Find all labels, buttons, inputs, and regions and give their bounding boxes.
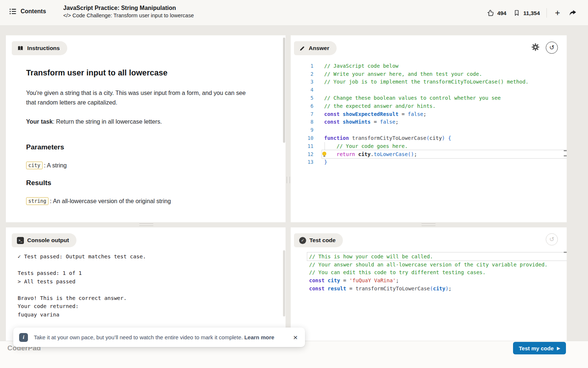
share-forward-icon[interactable] (568, 8, 577, 17)
test-code-reset-button[interactable]: ↺ (546, 233, 558, 245)
answer-reset-button[interactable]: ↺ (546, 42, 558, 54)
console-panel: >_ Console output ✓ Test passed: Output … (6, 227, 286, 341)
result-description: : An all-lowercase version of the origin… (50, 198, 171, 205)
code-line: 4 (291, 86, 567, 94)
code-line: 7const showExpectedResult = false; (291, 110, 567, 118)
pace-notification-toast: i Take it at your own pace, but you’ll n… (13, 328, 305, 347)
info-icon: i (19, 333, 28, 342)
tab-test-code: ✓ Test code (294, 233, 343, 247)
parameters-heading: Parameters (26, 143, 254, 151)
instructions-scrollbar[interactable] (283, 38, 285, 143)
hint-lightbulb-icon[interactable] (322, 152, 326, 156)
bookmarks-count: 11,354 (523, 10, 540, 16)
code-line: 3// Your job is to implement the transfo… (291, 78, 567, 86)
code-line: // This is how your code will be called. (291, 252, 567, 261)
scroll-edge-marker (564, 252, 567, 253)
code-line: 8const showHints = false; (291, 118, 567, 126)
code-line: 2// Write your answer here, and then tes… (291, 70, 567, 78)
code-line: // You can edit this code to try differe… (291, 268, 567, 276)
test-my-code-button[interactable]: Test my code ▶ (513, 342, 566, 354)
test-code-tab-label: Test code (309, 237, 336, 244)
line-number: 13 (291, 159, 313, 165)
task-text: : Return the string in all lowercase let… (53, 118, 162, 125)
reset-icon: ↺ (549, 44, 554, 52)
vertical-resize-handle[interactable] (287, 177, 290, 183)
instructions-content: Transform user input to all lowercase Yo… (26, 68, 254, 205)
likes-button[interactable]: 494 (487, 9, 506, 17)
toast-close-icon[interactable]: × (293, 333, 298, 341)
bookmark-icon (513, 9, 520, 17)
lesson-title: JavaScript Practice: String Manipulation (63, 5, 194, 11)
pencil-icon (299, 45, 305, 52)
line-number: 5 (291, 95, 313, 101)
result-definition: string : An all-lowercase version of the… (26, 197, 254, 205)
contents-button[interactable]: Contents (9, 7, 46, 15)
editor-settings-button[interactable] (531, 43, 540, 52)
scroll-edge-marker (564, 150, 567, 151)
test-code-editor[interactable]: // This is how your code will be called.… (291, 252, 567, 292)
check-circle-icon: ✓ (299, 237, 306, 244)
play-icon: ▶ (557, 346, 560, 351)
learn-more-link[interactable]: Learn more (244, 334, 275, 340)
line-number: 4 (291, 87, 313, 93)
code-line: // Your answer should an all-lowercase v… (291, 261, 567, 269)
tab-answer: Answer (294, 41, 337, 55)
workspace: Instructions Transform user input to all… (0, 26, 588, 341)
toast-message: Take it at your own pace, but you’ll nee… (34, 334, 274, 340)
answer-panel: Answer ↺ 1// JavaScript code below2// Wr… (291, 35, 567, 222)
top-header: Contents JavaScript Practice: String Man… (0, 0, 588, 26)
contents-label: Contents (21, 8, 46, 15)
contents-list-icon (9, 7, 17, 15)
result-type-chip: string (26, 197, 49, 205)
gear-icon (531, 43, 540, 52)
results-heading: Results (26, 179, 254, 187)
line-number: 8 (291, 119, 313, 125)
instructions-panel: Instructions Transform user input to all… (6, 35, 286, 222)
challenge-task: Your task: Return the string in all lowe… (26, 117, 254, 126)
console-tab-label: Console output (27, 237, 69, 244)
task-label: Your task (26, 118, 53, 125)
code-line: const city = 'fuQuaY VaRina'; (291, 276, 567, 284)
console-output-text: ✓ Test passed: Output matches test case.… (18, 252, 146, 319)
code-line: 1// JavaScript code below (291, 62, 567, 70)
line-number: 2 (291, 71, 313, 77)
scroll-edge-marker (564, 155, 567, 156)
parameter-name-chip: city (26, 162, 43, 169)
code-line: 12 return city.toLowerCase(); (291, 150, 567, 158)
answer-code-editor[interactable]: 1// JavaScript code below2// Write your … (291, 62, 567, 166)
header-divider (546, 8, 547, 18)
code-line: 5// Change these boolean values to contr… (291, 94, 567, 102)
answer-tab-label: Answer (309, 45, 329, 52)
line-number: 12 (291, 151, 313, 157)
code-line: 11 // Your code goes here. (291, 142, 567, 150)
header-actions: 494 11,354 + (487, 0, 577, 26)
code-line: 9 (291, 126, 567, 134)
code-line: 6// the expected answer and/or hints. (291, 102, 567, 110)
terminal-icon: >_ (17, 237, 24, 244)
instructions-tab-label: Instructions (27, 45, 60, 52)
tab-instructions: Instructions (12, 41, 67, 55)
likes-count: 494 (497, 10, 506, 16)
add-button[interactable]: + (553, 8, 562, 17)
code-line: const result = transformCityToLowerCase(… (291, 284, 567, 293)
lesson-title-block: JavaScript Practice: String Manipulation… (63, 5, 194, 18)
line-number: 9 (291, 127, 313, 133)
line-number: 10 (291, 135, 313, 141)
parameter-description: : A string (44, 162, 67, 169)
line-number: 1 (291, 63, 313, 69)
horizontal-resize-handle-right[interactable] (422, 223, 435, 226)
challenge-intro: You're given a string that is a city. Th… (26, 88, 254, 107)
book-icon (17, 45, 24, 52)
code-line: 10function transformCityToLowerCase(city… (291, 134, 567, 142)
thumbs-up-icon (487, 9, 494, 17)
bookmarks-button[interactable]: 11,354 (513, 9, 540, 17)
horizontal-resize-handle-left[interactable] (139, 223, 153, 226)
lesson-subtitle: </> Code Challenge: Transform user input… (63, 13, 194, 18)
line-number: 11 (291, 143, 313, 149)
console-scrollbar[interactable] (283, 250, 285, 316)
test-code-panel: ✓ Test code ↺ // This is how your code w… (291, 227, 567, 341)
line-number: 6 (291, 103, 313, 109)
challenge-heading: Transform user input to all lowercase (26, 68, 254, 78)
parameter-definition: city : A string (26, 162, 254, 169)
test-my-code-label: Test my code (519, 345, 554, 351)
